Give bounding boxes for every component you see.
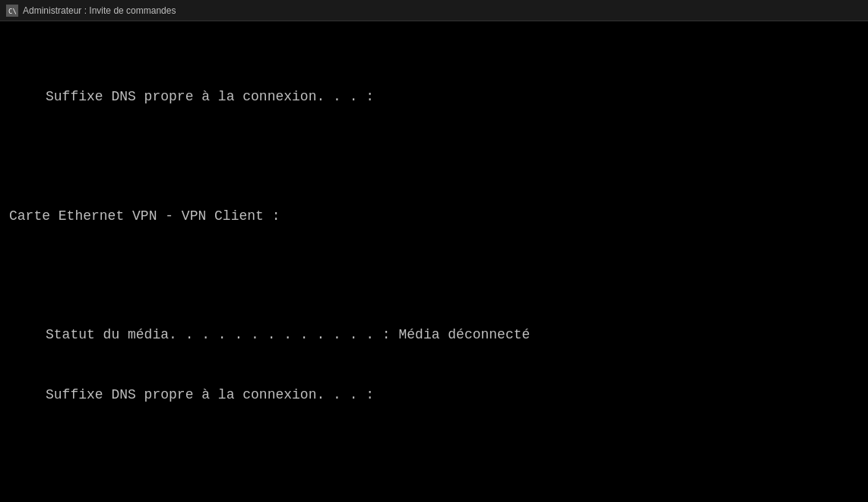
line-vpn-header: Carte Ethernet VPN - VPN Client : <box>9 206 859 226</box>
title-bar: C\ Administrateur : Invite de commandes <box>0 0 868 21</box>
line-statut: Statut du média. . . . . . . . . . . . .… <box>9 325 859 345</box>
line-empty-2 <box>9 265 859 285</box>
svg-text:C\: C\ <box>8 8 17 15</box>
title-bar-title: Administrateur : Invite de commandes <box>23 5 176 16</box>
terminal-content: Suffixe DNS propre à la connexion. . . :… <box>0 21 868 502</box>
line-dns-suffix-2: Suffixe DNS propre à la connexion. . . : <box>9 385 859 405</box>
line-empty-1 <box>9 147 859 167</box>
line-empty-3 <box>9 444 859 464</box>
line-dns-suffix-1: Suffixe DNS propre à la connexion. . . : <box>9 87 859 106</box>
title-bar-icon: C\ <box>6 5 18 17</box>
